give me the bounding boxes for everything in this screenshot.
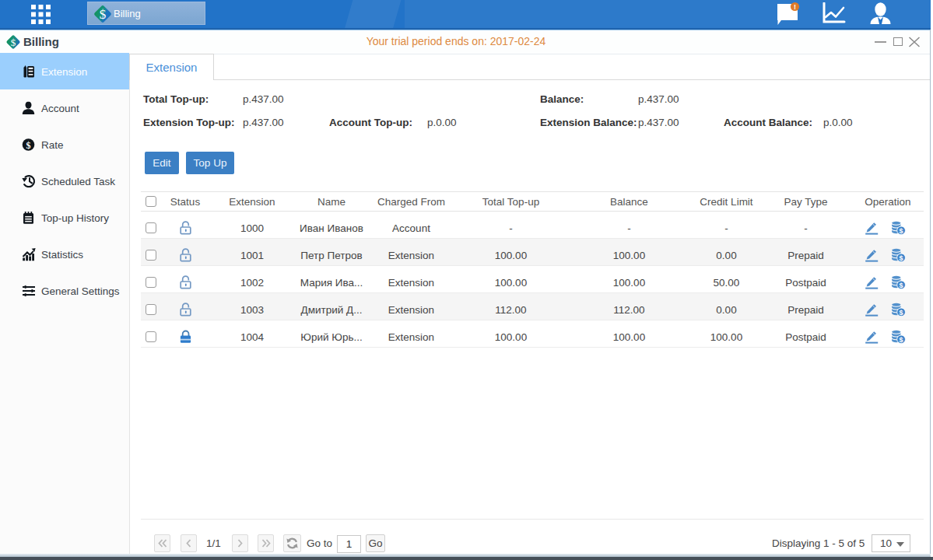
svg-text:$: $	[900, 336, 903, 344]
svg-text:$: $	[100, 7, 107, 22]
svg-text:$: $	[900, 254, 903, 262]
svg-text:$: $	[900, 282, 903, 289]
svg-text:$: $	[26, 139, 31, 150]
svg-text:!: !	[794, 3, 796, 11]
svg-text:$: $	[900, 309, 903, 317]
svg-text:$: $	[900, 227, 903, 235]
